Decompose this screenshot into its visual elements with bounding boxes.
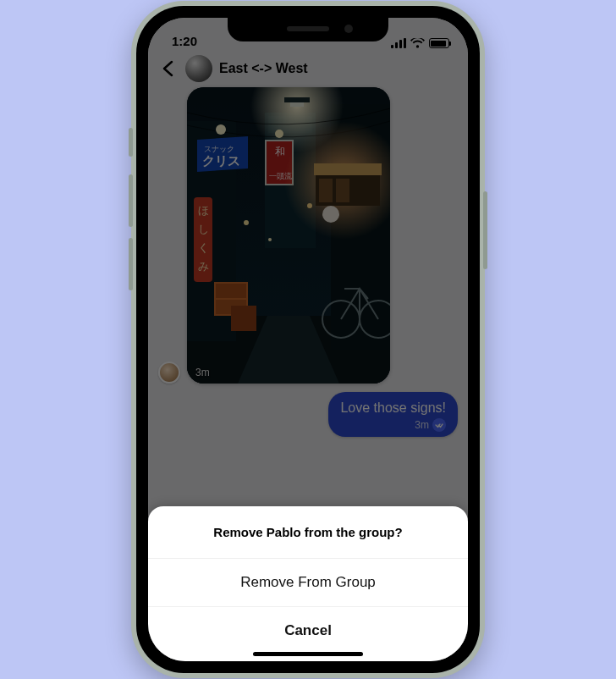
- screen: 1:20: [148, 18, 468, 661]
- volume-down-button: [129, 238, 133, 290]
- volume-up-button: [129, 174, 133, 227]
- remove-from-group-button[interactable]: Remove From Group: [148, 559, 468, 607]
- home-indicator[interactable]: [253, 652, 363, 656]
- cancel-button[interactable]: Cancel: [148, 607, 468, 654]
- notch: [228, 18, 388, 41]
- phone-frame: 1:20: [131, 1, 485, 678]
- phone-bezel: 1:20: [136, 6, 480, 673]
- mute-switch: [129, 128, 133, 157]
- action-sheet: Remove Pablo from the group? Remove From…: [148, 506, 468, 661]
- power-button: [483, 191, 487, 269]
- sheet-title: Remove Pablo from the group?: [148, 506, 468, 559]
